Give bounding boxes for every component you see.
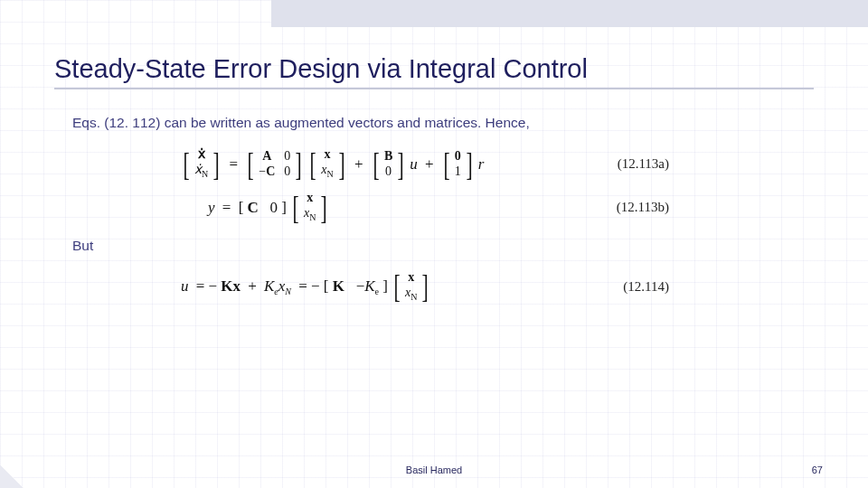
title-underline: [54, 88, 814, 89]
matrix-lhs-state-dot: [ ẋ ẋN ]: [181, 147, 222, 182]
cell: 0: [284, 149, 290, 164]
Ke-symbol: KexN: [264, 277, 291, 296]
matrix-state-3: [ x xN ]: [392, 270, 430, 305]
title-text: Steady-State Error Design via Integral C…: [54, 54, 588, 83]
equation-block: [ ẋ ẋN ] = [ A 0 −C 0 ]: [181, 147, 814, 225]
cell: 1: [455, 164, 461, 179]
row-matrix-K: [ K −Ke ]: [324, 277, 388, 296]
matrix-r: [ 0 1 ]: [441, 149, 475, 179]
plus-sign: +: [351, 155, 367, 174]
matrix-state: [ x xN ]: [307, 147, 346, 182]
cell: x: [405, 270, 417, 285]
plus-sign-2: +: [421, 155, 438, 174]
plus-sign: +: [244, 277, 260, 296]
u-symbol: u: [181, 277, 189, 296]
slide-content: Steady-State Error Design via Integral C…: [0, 0, 868, 488]
row-matrix-C: [ C 0 ]: [239, 199, 287, 217]
equation-number: (12.113b): [562, 200, 669, 215]
K-symbol: Kx: [221, 277, 241, 296]
equals-sign: = −: [193, 277, 218, 296]
cell: x: [321, 147, 333, 162]
cell: ẋ: [194, 147, 208, 162]
y-symbol: y: [208, 199, 215, 217]
equation-number: (12.113a): [563, 156, 669, 172]
matrix-state-2: [ x xN ]: [290, 191, 329, 225]
matrix-A-block: [ A 0 −C 0 ]: [245, 149, 304, 179]
equation-12-114: u = − Kx + KexN = − [ K −Ke ] [ x xN ] (…: [181, 270, 669, 305]
r-symbol: r: [478, 155, 485, 174]
equation-12-113a: [ ẋ ẋN ] = [ A 0 −C 0 ]: [181, 147, 669, 182]
cell: 0: [455, 149, 461, 164]
cell: A: [259, 149, 275, 164]
cell: 0: [384, 164, 392, 179]
equals-sign: =: [219, 199, 235, 217]
intro-text: Eqs. (12. 112) can be written as augment…: [72, 115, 814, 131]
equation-number: (12.114): [569, 279, 669, 295]
cell: B: [384, 149, 392, 164]
equation-12-113b: y = [ C 0 ] [ x xN ] (12.113b): [181, 191, 669, 225]
equals-sign: =: [225, 155, 241, 174]
page-title: Steady-State Error Design via Integral C…: [54, 54, 814, 89]
matrix-B: [ B 0 ]: [371, 149, 406, 179]
equation-block-2: u = − Kx + KexN = − [ K −Ke ] [ x xN ] (…: [181, 270, 814, 305]
u-symbol: u: [410, 155, 418, 174]
equals-sign-2: = −: [295, 277, 320, 296]
cell: x: [304, 191, 316, 205]
cell: 0: [284, 164, 290, 179]
but-text: But: [72, 238, 814, 254]
